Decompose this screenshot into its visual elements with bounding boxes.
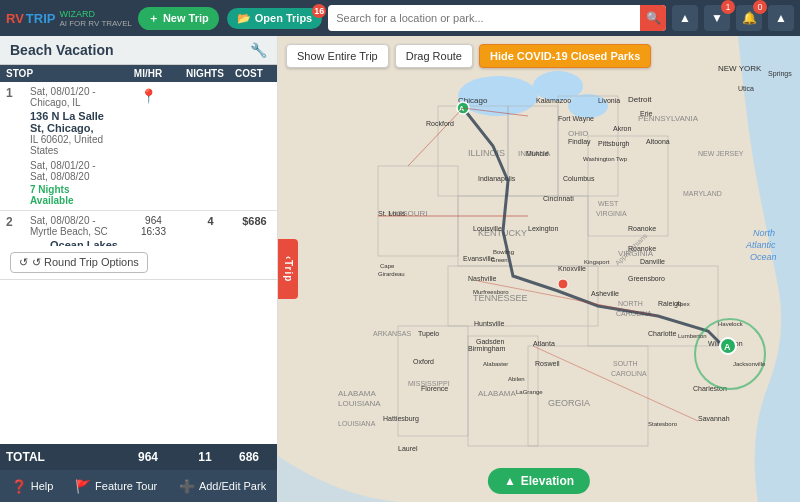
total-row: TOTAL 964 11 686 <box>0 444 277 470</box>
nav-chevron-up-button[interactable]: ▲ <box>672 5 698 31</box>
bottom-bar: ❓ Help 🚩 Feature Tour ➕ Add/Edit Park <box>0 470 277 502</box>
svg-text:Akron: Akron <box>613 125 631 132</box>
svg-text:Murfreesboro: Murfreesboro <box>473 289 509 295</box>
settings-button[interactable]: 🔧 <box>250 42 267 58</box>
svg-text:Pittsburgh: Pittsburgh <box>598 140 630 148</box>
svg-text:Kingsport: Kingsport <box>584 259 610 265</box>
svg-text:Findlay: Findlay <box>568 138 591 146</box>
nav-filter-button[interactable]: ▼ 1 <box>704 5 730 31</box>
svg-text:Nashville: Nashville <box>468 275 497 282</box>
svg-text:WEST: WEST <box>598 200 619 207</box>
stop-date-2: Sat, 08/08/20 - Myrtle Beach, SC <box>30 215 118 237</box>
svg-text:ALABAMA: ALABAMA <box>478 389 516 398</box>
round-trip-section: ↺ ↺ Round Trip Options <box>0 246 277 280</box>
trip-panel-toggle-button[interactable]: ‹ Trip <box>278 239 298 299</box>
svg-text:North: North <box>753 228 775 238</box>
add-icon: ➕ <box>179 479 195 494</box>
svg-text:ARKANSAS: ARKANSAS <box>373 330 411 337</box>
svg-text:Washington Twp: Washington Twp <box>583 156 628 162</box>
elevation-button[interactable]: ▲ Elevation <box>488 468 590 494</box>
filter-icon: ▼ <box>711 11 723 25</box>
svg-text:MARYLAND: MARYLAND <box>683 190 722 197</box>
show-entire-trip-button[interactable]: Show Entire Trip <box>286 44 389 68</box>
svg-text:Hattiesburg: Hattiesburg <box>383 415 419 423</box>
plus-icon: ＋ <box>148 11 159 26</box>
svg-text:Rockford: Rockford <box>426 120 454 127</box>
stop-address-1: IL 60602, United States <box>30 134 113 156</box>
map-container[interactable]: ILLINOIS INDIANA OHIO KENTUCKY TENNESSEE… <box>278 36 800 502</box>
stop-mi-2: 96416:33 <box>118 215 188 237</box>
svg-text:Green: Green <box>491 257 508 263</box>
trip-toggle-label: Trip <box>283 260 294 282</box>
svg-text:Jacksonville: Jacksonville <box>733 361 766 367</box>
svg-text:VIRGINIA: VIRGINIA <box>596 210 627 217</box>
svg-text:A: A <box>724 342 731 352</box>
search-bar: 🔍 <box>328 5 666 31</box>
stop-number-1: 1 <box>6 86 30 100</box>
round-trip-options-button[interactable]: ↺ ↺ Round Trip Options <box>10 252 148 273</box>
map-pin-icon: 📍 <box>140 88 157 104</box>
map-toolbar: Show Entire Trip Drag Route Hide COVID-1… <box>286 44 651 68</box>
stop-item-2: 2 Sat, 08/08/20 - Myrtle Beach, SC 🔒 Oce… <box>0 211 277 246</box>
notifications-badge: 0 <box>753 0 767 14</box>
add-edit-park-button[interactable]: ➕ Add/Edit Park <box>171 470 274 502</box>
svg-text:LOUISIANA: LOUISIANA <box>338 420 376 427</box>
trip-title: Beach Vacation <box>10 42 114 58</box>
svg-text:GEORGIA: GEORGIA <box>548 398 590 408</box>
total-label: TOTAL <box>6 450 113 464</box>
help-button[interactable]: ❓ Help <box>3 470 62 502</box>
open-trips-button[interactable]: 📂 Open Trips 16 <box>227 8 322 29</box>
folder-icon: 📂 <box>237 12 251 25</box>
svg-text:Altoona: Altoona <box>646 138 670 145</box>
total-nights: 11 <box>183 450 227 464</box>
svg-text:Oxford: Oxford <box>413 358 434 365</box>
svg-text:NORTH: NORTH <box>618 300 643 307</box>
mi-hr-header: MI/HR <box>113 68 183 79</box>
logo-trip: TRIP <box>26 11 56 26</box>
svg-text:Florence: Florence <box>421 385 448 392</box>
sidebar: Beach Vacation 🔧 STOP MI/HR NIGHTS COST … <box>0 36 278 502</box>
drag-route-button[interactable]: Drag Route <box>395 44 473 68</box>
stop-avail-date-1: Sat, 08/01/20 - Sat, 08/08/20 <box>30 160 113 182</box>
stop-nights-2: 4 <box>188 215 232 227</box>
stop-cost-2: $686 <box>232 215 276 227</box>
svg-text:Knoxville: Knoxville <box>558 265 586 272</box>
logo-wizard: WIZARD <box>59 9 131 19</box>
svg-text:Charlotte: Charlotte <box>648 330 677 337</box>
svg-text:Lumberton: Lumberton <box>678 333 707 339</box>
logo: RV TRIP WIZARD AI FOR RV TRAVEL <box>6 9 132 28</box>
svg-text:Muncie: Muncie <box>526 150 549 157</box>
search-input[interactable] <box>328 12 640 24</box>
search-button[interactable]: 🔍 <box>640 5 666 31</box>
svg-text:Asheville: Asheville <box>591 290 619 297</box>
stop-item-1: 1 Sat, 08/01/20 - Chicago, IL 136 N La S… <box>0 82 277 211</box>
total-cost: 686 <box>227 450 271 464</box>
map-background: ILLINOIS INDIANA OHIO KENTUCKY TENNESSEE… <box>278 36 800 502</box>
nav-user-button[interactable]: ▲ <box>768 5 794 31</box>
round-trip-icon: ↺ <box>19 256 28 269</box>
stops-container: 1 Sat, 08/01/20 - Chicago, IL 136 N La S… <box>0 82 277 246</box>
sidebar-header: Beach Vacation 🔧 <box>0 36 277 65</box>
svg-text:Cincinnati: Cincinnati <box>543 195 574 202</box>
svg-text:Havelock: Havelock <box>718 321 744 327</box>
logo-rv: RV <box>6 11 24 26</box>
svg-text:Utica: Utica <box>738 85 754 92</box>
stop-icon-1: 📍 <box>113 88 183 104</box>
svg-text:Erie: Erie <box>640 110 653 117</box>
svg-text:Atlantic: Atlantic <box>745 240 776 250</box>
hide-covid-button[interactable]: Hide COVID-19 Closed Parks <box>479 44 651 68</box>
nav-notifications-button[interactable]: 🔔 0 <box>736 5 762 31</box>
svg-text:Indianapolis: Indianapolis <box>478 175 516 183</box>
svg-text:Detroit: Detroit <box>628 95 652 104</box>
new-trip-button[interactable]: ＋ New Trip <box>138 7 219 30</box>
topbar: RV TRIP WIZARD AI FOR RV TRAVEL ＋ New Tr… <box>0 0 800 36</box>
help-icon: ❓ <box>11 479 27 494</box>
stop-row-2: 2 Sat, 08/08/20 - Myrtle Beach, SC 🔒 Oce… <box>0 211 277 246</box>
svg-text:Roanoke: Roanoke <box>628 225 656 232</box>
feature-tour-button[interactable]: 🚩 Feature Tour <box>67 470 165 502</box>
svg-text:Louisville: Louisville <box>473 225 502 232</box>
open-trips-badge: 16 <box>312 4 326 18</box>
bell-icon: 🔔 <box>742 11 757 25</box>
svg-text:NEW YORK: NEW YORK <box>718 64 762 73</box>
svg-text:Ocean: Ocean <box>750 252 777 262</box>
